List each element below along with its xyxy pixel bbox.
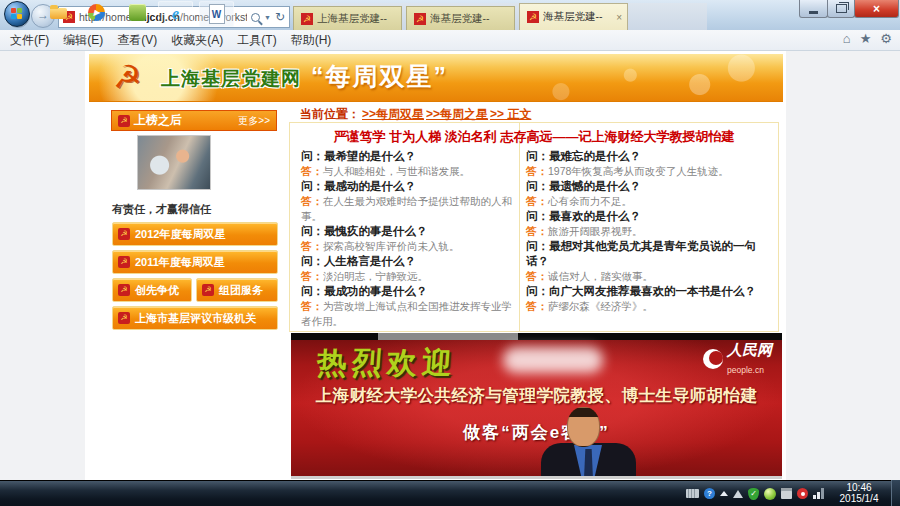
sidebar-news-photo[interactable] <box>137 135 211 190</box>
sidebar-item-2011-weekly-stars[interactable]: ☭ 2011年度每周双星 <box>112 250 278 274</box>
tab-close-icon[interactable]: × <box>614 12 624 23</box>
gear-icon[interactable]: ⚙ <box>880 31 892 46</box>
play-icon: ▶ <box>93 8 99 17</box>
breadcrumb-link-star-of-week[interactable]: >>每周之星 <box>426 107 488 121</box>
favorites-star-icon[interactable]: ★ <box>860 31 872 46</box>
menu-view[interactable]: 查看(V) <box>117 32 157 49</box>
sidebar-news-caption[interactable]: 有责任，才赢得信任 <box>112 202 211 217</box>
tab-title: 上海基层党建-- <box>317 12 398 26</box>
close-button[interactable]: × <box>854 0 899 18</box>
column-divider <box>519 123 520 331</box>
qa-item: 问：最愧疚的事是什么？ 答：探索高校智库评价尚未入轨。 <box>301 224 517 254</box>
sidebar-item-group-service[interactable]: ☭ 组团服务 <box>196 278 278 302</box>
tab-1[interactable]: ☭ 上海基层党建-- <box>293 6 402 30</box>
answer-label: 答： <box>526 195 548 207</box>
tab-favicon-icon: ☭ <box>301 13 313 25</box>
taskbar-clock[interactable]: 10:46 2015/1/4 <box>832 482 886 504</box>
restore-button[interactable] <box>827 0 855 18</box>
qa-item: 问：最难忘的是什么？ 答：1978年恢复高考从而改变了人生轨迹。 <box>526 149 774 179</box>
dropdown-icon[interactable]: ▼ <box>264 14 271 21</box>
input-indicator-icon[interactable] <box>733 490 743 498</box>
media-player-icon[interactable]: ▶ <box>87 3 107 23</box>
menu-tools[interactable]: 工具(T) <box>237 32 276 49</box>
show-desktop-button[interactable] <box>891 480 900 506</box>
photo-caption-line1: 上海财经大学公共经济与管理学院教授、博士生导师胡怡建 <box>297 385 776 407</box>
tab-favicon-icon: ☭ <box>527 11 539 23</box>
show-hidden-icons-button[interactable] <box>720 491 728 496</box>
vault-tray-icon[interactable] <box>781 488 792 499</box>
menu-help[interactable]: 帮助(H) <box>291 32 332 49</box>
refresh-icon[interactable]: ↻ <box>275 10 285 24</box>
sidebar-item-label: 组团服务 <box>219 283 263 298</box>
start-button[interactable] <box>4 1 30 27</box>
site-slogan: “每周双星” <box>311 60 448 93</box>
breadcrumb-label: 当前位置： <box>300 107 360 121</box>
clock-date: 2015/1/4 <box>832 493 886 504</box>
question-label: 问： <box>526 150 549 162</box>
word-taskbar-button[interactable]: W <box>199 1 234 27</box>
question-text: 最感动的是什么？ <box>324 180 416 192</box>
network-icon[interactable] <box>813 488 824 499</box>
qa-item: 问：向广大网友推荐最喜欢的一本书是什么？ 答：萨缪尔森《经济学》。 <box>526 284 774 314</box>
help-tray-icon[interactable]: ? <box>704 488 715 499</box>
question-label: 问： <box>301 255 324 267</box>
minimize-button[interactable] <box>799 0 828 18</box>
question-label: 问： <box>301 225 324 237</box>
menu-bar: 文件(F) 编辑(E) 查看(V) 收藏夹(A) 工具(T) 帮助(H) <box>0 30 900 51</box>
qa-item: 问：最想对其他党员尤其是青年党员说的一句话？ 答：诚信对人，踏实做事。 <box>526 239 774 284</box>
qa-item: 问：最希望的是什么？ 答：与人和睦相处，与世和谐发展。 <box>301 149 517 179</box>
explorer-icon[interactable] <box>49 3 69 23</box>
window-controls: × <box>799 0 899 18</box>
answer-text: 1978年恢复高考从而改变了人生轨迹。 <box>548 165 729 177</box>
logo-domain: people.cn <box>727 365 764 375</box>
breadcrumb-link-weekly-stars[interactable]: >>每周双星 <box>362 107 424 121</box>
restore-icon <box>836 4 847 13</box>
question-text: 人生格言是什么？ <box>324 255 416 267</box>
answer-label: 答： <box>526 225 548 237</box>
sidebar-item-city-review[interactable]: ☭ 上海市基层评议市级机关 <box>112 306 278 330</box>
answer-label: 答： <box>526 270 548 282</box>
tab-3-active[interactable]: ☭ 海基层党建-- × <box>519 3 628 30</box>
qa-item: 问：最喜欢的是什么？ 答：旅游开阔眼界视野。 <box>526 209 774 239</box>
antivirus-ball-icon[interactable] <box>764 488 776 500</box>
article-title: 严谨笃学 甘为人梯 淡泊名利 志存高远——记上海财经大学教授胡怡建 <box>293 128 775 146</box>
question-text: 最难忘的是什么？ <box>549 150 641 162</box>
menu-edit[interactable]: 编辑(E) <box>63 32 103 49</box>
tab-2[interactable]: ☭ 海基层党建-- <box>406 6 515 30</box>
red-tray-icon[interactable] <box>797 488 808 499</box>
more-link[interactable]: 更多>> <box>238 114 270 128</box>
question-label: 问： <box>301 180 324 192</box>
menu-favorites[interactable]: 收藏夹(A) <box>171 32 223 49</box>
question-label: 问： <box>526 210 549 222</box>
site-banner: ☭ 上海基层党建网 “每周双星” <box>89 54 783 102</box>
security-shield-icon[interactable]: ✓ <box>748 488 759 500</box>
tab-title: 海基层党建-- <box>430 12 511 26</box>
answer-text: 旅游开阔眼界视野。 <box>548 225 643 237</box>
sidebar-panel-header: ☭ 上榜之后 更多>> <box>111 110 277 131</box>
tab-favicon-icon: ☭ <box>414 13 426 25</box>
question-text: 向广大网友推荐最喜欢的一本书是什么？ <box>549 285 756 297</box>
party-emblem-icon: ☭ <box>118 228 130 240</box>
answer-text: 探索高校智库评价尚未入轨。 <box>323 240 460 252</box>
internet-explorer-taskbar-button[interactable]: e <box>158 1 193 27</box>
answer-label: 答： <box>301 270 323 282</box>
keyboard-icon[interactable] <box>686 489 699 498</box>
search-icon[interactable] <box>251 13 260 22</box>
photo-backdrop <box>291 333 782 340</box>
home-icon[interactable]: ⌂ <box>843 31 851 46</box>
app-icon[interactable] <box>128 3 148 23</box>
logo-name: 人民网 <box>727 341 772 358</box>
system-tray: ? ✓ <box>686 487 824 500</box>
menu-file[interactable]: 文件(F) <box>10 32 49 49</box>
answer-label: 答： <box>301 240 323 252</box>
answer-label: 答： <box>301 300 323 312</box>
qa-column-left: 问：最希望的是什么？ 答：与人和睦相处，与世和谐发展。 问：最感动的是什么？ 答… <box>301 149 517 329</box>
sidebar-item-pioneer[interactable]: ☭ 创先争优 <box>112 278 192 302</box>
answer-text: 淡泊明志，宁静致远。 <box>323 270 428 282</box>
party-emblem-icon: ☭ <box>118 284 130 296</box>
answer-text: 为营改增上海试点和全国推进发挥专业学者作用。 <box>301 300 512 327</box>
people-cn-logo: 人民网 people.cn <box>703 341 772 377</box>
qa-item: 问：最成功的事是什么？ 答：为营改增上海试点和全国推进发挥专业学者作用。 <box>301 284 517 329</box>
sidebar-item-2012-weekly-stars[interactable]: ☭ 2012年度每周双星 <box>112 222 278 246</box>
breadcrumb-link-fulltext[interactable]: >> 正文 <box>490 107 531 121</box>
